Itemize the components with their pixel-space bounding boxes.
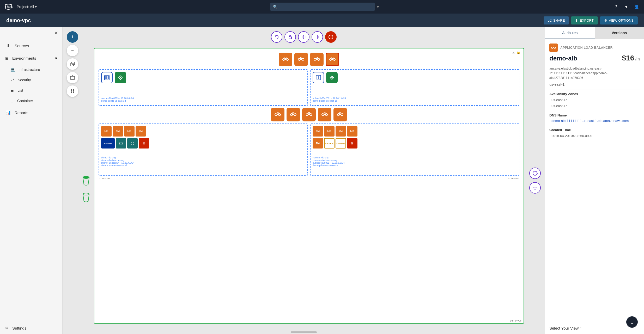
router-icon-1 <box>104 75 110 81</box>
spacer-private-right <box>313 150 517 155</box>
alb-block-selected[interactable] <box>326 53 339 66</box>
sidebar-item-reports[interactable]: 📊 Reports <box>0 106 62 119</box>
alb-block-3[interactable] <box>310 53 324 66</box>
m4-5[interactable]: M4 <box>313 126 323 137</box>
svg-point-31 <box>298 58 300 60</box>
arrows-icon-btn[interactable] <box>312 31 323 43</box>
horizontal-scrollbar[interactable] <box>291 331 317 333</box>
sidebar-item-settings[interactable]: ⚙ Settings <box>0 322 62 334</box>
cache-r[interactable]: Cache R <box>324 138 335 149</box>
m4-2[interactable]: M4 <box>113 126 123 137</box>
close-sidebar-button[interactable]: ✕ <box>54 30 58 36</box>
ec2-2[interactable] <box>287 108 300 121</box>
created-section: Created Time 2018-04-20T04:08:50.090Z <box>549 128 640 139</box>
export-button[interactable]: ⬆ EXPORT <box>571 16 598 24</box>
m4-6[interactable]: M4 <box>324 126 335 137</box>
svg-rect-6 <box>73 89 74 91</box>
svg-point-71 <box>339 112 341 114</box>
svg-marker-22 <box>534 185 536 186</box>
move-icon-btn[interactable] <box>298 31 309 43</box>
ec2-4[interactable] <box>318 108 331 121</box>
m4-7[interactable]: M4 <box>336 126 346 137</box>
ec2-icon-3 <box>305 111 313 118</box>
undo-icon-btn[interactable] <box>271 31 282 43</box>
delete-icon-btn[interactable] <box>325 31 337 43</box>
svg-point-42 <box>333 58 335 60</box>
alb-block-1[interactable] <box>279 53 292 66</box>
resource-price: $16 <box>622 54 634 62</box>
lock-icon <box>288 34 293 40</box>
select-view-button[interactable]: Select Your View ^ <box>549 326 581 330</box>
user-icon[interactable]: 👤 <box>634 4 640 10</box>
subnet-nat-1[interactable] <box>115 72 126 83</box>
scene-button[interactable] <box>67 72 78 83</box>
m4-single[interactable]: M4 <box>313 138 323 149</box>
container-icon-1[interactable]: ⬡ <box>116 138 126 149</box>
svg-marker-12 <box>303 38 304 39</box>
download-icon: ⬇ <box>5 43 11 48</box>
red-block-1[interactable]: ⊞ <box>139 138 149 149</box>
subnet-router-1[interactable] <box>101 72 113 83</box>
3d-view-button[interactable] <box>67 58 78 70</box>
svg-rect-8 <box>73 91 74 93</box>
logo[interactable]: hava <box>4 3 13 11</box>
chevron-down-icon: ▾ <box>55 56 57 61</box>
notifications-icon[interactable]: ▾ <box>623 4 629 10</box>
sidebar-item-container[interactable]: ⊞ Container <box>5 96 62 106</box>
m4-4[interactable]: M4 <box>136 126 146 137</box>
zoom-in-button[interactable]: + <box>67 31 78 43</box>
red-block-2[interactable]: ⊞ <box>347 138 357 149</box>
tab-attributes[interactable]: Attributes <box>545 27 595 39</box>
sidebar-close-area: ✕ <box>0 27 62 39</box>
left-private-labels: demo-rds-sng demo-elasticache-sng subnet… <box>101 156 305 167</box>
svg-point-75 <box>553 46 554 47</box>
lock-icon-btn[interactable] <box>284 31 296 43</box>
environments-left: ⊞ Environments <box>5 56 36 61</box>
container-icon-2[interactable]: ⬡ <box>127 138 138 149</box>
resource-type-icon <box>549 44 558 52</box>
m4-8[interactable]: M4 <box>347 126 357 137</box>
pan-icon <box>532 185 538 191</box>
cache-m[interactable]: Cache M <box>336 138 346 149</box>
alb-icon-2 <box>297 56 305 63</box>
pan-icon-btn[interactable] <box>529 182 541 194</box>
search-dropdown-icon[interactable]: ▾ <box>377 4 379 10</box>
search-input[interactable] <box>270 3 375 11</box>
sidebar-item-security[interactable]: 🛡 Security <box>5 75 62 85</box>
sidebar-item-infrastructure[interactable]: 💻 Infrastructure <box>5 64 62 75</box>
alb-block-2[interactable] <box>294 53 308 66</box>
sidebar-item-sources[interactable]: ⬇ Sources <box>0 39 62 52</box>
ec2-3[interactable] <box>302 108 316 121</box>
view-options-button[interactable]: ⚙ VIEW OPTIONS <box>600 16 638 24</box>
ec2-1[interactable] <box>271 108 284 121</box>
ec2-icon-1 <box>274 111 281 118</box>
subnet-nat-2[interactable] <box>326 72 338 83</box>
search-icon: 🔍 <box>273 5 277 9</box>
svg-rect-7 <box>71 91 72 93</box>
snap-button[interactable] <box>67 85 78 97</box>
list-icon: ☰ <box>10 88 14 92</box>
svg-point-41 <box>330 58 332 60</box>
chat-button[interactable] <box>626 316 638 328</box>
help-icon[interactable]: ? <box>613 4 619 10</box>
sidebar-item-list[interactable]: ☰ List <box>5 85 62 96</box>
svg-rect-4 <box>70 76 75 79</box>
svg-point-34 <box>300 57 302 59</box>
m4-3[interactable]: M4 <box>124 126 135 137</box>
project-selector[interactable]: Project: All ▾ <box>17 5 37 9</box>
zoom-out-button[interactable]: − <box>67 45 78 56</box>
mariadb-icon[interactable]: MariaDB <box>101 138 115 149</box>
ec2-5[interactable] <box>333 108 347 121</box>
tab-versions[interactable]: Versions <box>595 27 644 39</box>
m4-1[interactable]: M4 <box>101 126 112 137</box>
rotate-icon-btn[interactable] <box>529 168 541 179</box>
svg-point-64 <box>322 114 324 116</box>
dns-value[interactable]: demo-alb-11111111.us-east-1.elb.amazonaw… <box>549 118 640 124</box>
share-button[interactable]: ⎇ SHARE <box>544 16 569 24</box>
list-label: List <box>17 88 23 92</box>
subnet-router-2[interactable] <box>313 72 324 83</box>
sidebar-item-environments[interactable]: ⊞ Environments ▾ <box>0 52 62 64</box>
left-db-row: MariaDB ⬡ ⬡ ⊞ <box>101 138 305 149</box>
dns-section: DNS Name demo-alb-11111111.us-east-1.elb… <box>549 113 640 124</box>
svg-text:hava: hava <box>7 5 13 9</box>
